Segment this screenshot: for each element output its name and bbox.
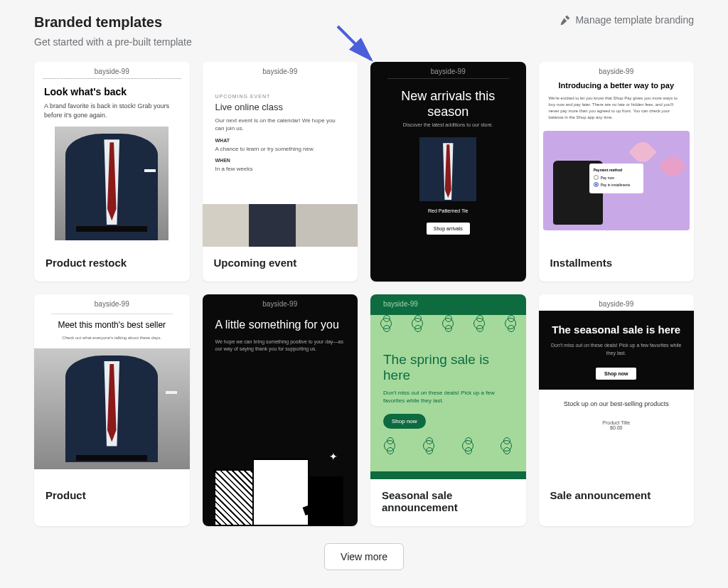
store-label: bayside-99 [203,62,358,78]
preview-heading: Meet this month's best seller [34,314,190,336]
manage-branding-label: Manage template branding [575,14,694,26]
store-label: bayside-99 [539,62,695,78]
product-image [55,127,168,240]
product-image [419,137,476,201]
preview-heading: Live online class [215,102,346,112]
template-preview: bayside-99 New arrivals this season Disc… [370,62,526,282]
template-card-sale-announcement[interactable]: bayside-99 The seasonal sale is here Don… [539,294,695,526]
template-name: Installments [539,247,695,282]
installments-image: Payment method Pay now Pay in installmen… [543,131,690,230]
when-text: In a few weeks [215,166,346,172]
template-card-discount[interactable]: bayside-99 A little something for you We… [203,294,358,526]
preview-body: We're excited to let you know that Shop … [539,95,695,121]
preview-body: Don't miss out on these deals! Pick up a… [549,342,685,357]
brush-icon [560,14,571,26]
what-label: WHAT [215,138,346,143]
template-preview: bayside-99 UPCOMING EVENT Live online cl… [203,62,358,247]
preview-body: Our next event is on the calendar! We ho… [215,117,346,132]
payment-option-2: Pay in installments [594,182,639,187]
template-grid: bayside-99 Look what's back A brand favo… [34,62,694,526]
shop-button: Shop now [596,368,636,380]
preview-heading: New arrivals this season [370,79,526,122]
template-preview: bayside-99 Look what's back A brand favo… [34,62,190,247]
product-price: $0.00 [553,425,680,430]
shop-button: Shop now [383,414,426,429]
preview-heading: Introducing a better way to pay [539,78,695,95]
preview-heading: The seasonal sale is here [549,324,685,336]
payment-card-title: Payment method [594,168,639,172]
payment-option-1: Pay now [594,175,639,180]
template-preview: bayside-99 A little something for you We… [203,294,358,526]
template-name: Sale announcement [539,479,695,514]
bags-illustration: ✦ [203,448,358,526]
page-header: Branded templates Get started with a pre… [34,14,694,48]
template-name: Product restock [34,247,190,282]
template-preview: bayside-99 The seasonal sale is here Don… [539,294,695,479]
template-card-product-restock[interactable]: bayside-99 Look what's back A brand favo… [34,62,190,282]
template-name: Seasonal sale announcement [370,479,526,526]
store-label: bayside-99 [51,294,173,314]
product-title: Product Title [553,420,680,425]
what-text: A chance to learn or try something new [215,146,346,152]
page-title: Branded templates [34,14,192,31]
preview-heading: Look what's back [44,86,180,97]
preview-body: A brand favorite is back in stock! Grab … [44,102,180,119]
preview-body: Don't miss out on these deals! Pick up a… [383,389,513,405]
store-label: bayside-99 [539,294,695,311]
product-image [34,348,190,469]
template-name: Product [34,479,190,514]
template-preview: bayside-99 Meet this month's best seller… [34,294,190,479]
when-label: WHEN [215,158,346,163]
template-preview: bayside-99 Introducing a better way to p… [539,62,695,247]
preview-heading: A little something for you [203,311,358,338]
preview-body: Check out what everyone's talking about … [34,336,190,340]
store-label: bayside-99 [387,62,509,79]
preview-tag: UPCOMING EVENT [215,94,346,99]
page-subtitle: Get started with a pre-built template [34,36,192,48]
stock-text: Stock up on our best-selling products [553,400,680,409]
template-preview: bayside-99 The spring sale is here Don't… [370,294,526,479]
store-label: bayside-99 [370,294,526,311]
template-card-upcoming-event[interactable]: bayside-99 UPCOMING EVENT Live online cl… [203,62,358,282]
template-card-product[interactable]: bayside-99 Meet this month's best seller… [34,294,190,526]
view-more-button[interactable]: View more [324,543,404,570]
template-card-seasonal-sale[interactable]: bayside-99 The spring sale is here Don't… [370,294,526,526]
preview-body: We hope we can bring something positive … [203,338,358,363]
preview-body: Discover the latest additions to our sto… [370,122,526,127]
store-label: bayside-99 [203,294,358,311]
store-label: bayside-99 [43,62,181,79]
event-image [203,204,358,247]
shop-button: Shop arrivals [427,223,470,235]
manage-branding-link[interactable]: Manage template branding [560,14,694,26]
template-card-installments[interactable]: bayside-99 Introducing a better way to p… [539,62,695,282]
product-caption: Red Patterned Tie [370,208,526,213]
template-name: Upcoming event [203,247,358,282]
template-card-new-arrivals[interactable]: bayside-99 New arrivals this season Disc… [370,62,526,282]
